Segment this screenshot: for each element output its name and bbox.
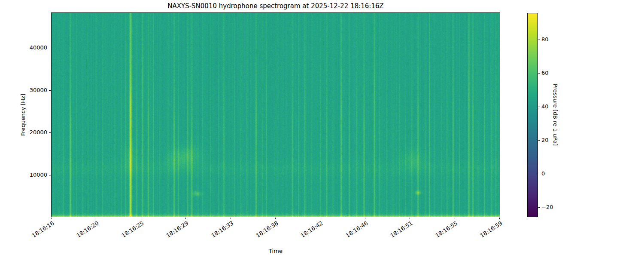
colorbar-label: Pressure [dB re 1 uPa] bbox=[552, 84, 559, 146]
colorbar-tick-mark bbox=[538, 107, 540, 107]
y-tick-mark bbox=[49, 48, 51, 48]
colorbar bbox=[527, 13, 538, 217]
x-tick-mark bbox=[96, 218, 96, 219]
y-tick-label: 10000 bbox=[13, 172, 47, 178]
spectrogram-canvas bbox=[52, 13, 500, 217]
colorbar-tick-mark bbox=[538, 207, 540, 208]
x-tick-mark bbox=[51, 218, 52, 219]
colorbar-canvas bbox=[528, 13, 538, 217]
x-tick-mark bbox=[275, 218, 276, 219]
colorbar-tick-label: 80 bbox=[541, 36, 559, 43]
colorbar-tick-mark bbox=[538, 174, 540, 174]
colorbar-tick-mark bbox=[538, 40, 540, 40]
figure: NAXYS-SN0010 hydrophone spectrogram at 2… bbox=[0, 0, 644, 258]
colorbar-tick-label: 0 bbox=[541, 170, 559, 177]
y-tick-mark bbox=[49, 175, 51, 175]
x-tick-mark bbox=[455, 218, 455, 219]
x-tick-mark bbox=[499, 218, 500, 219]
chart-title: NAXYS-SN0010 hydrophone spectrogram at 2… bbox=[51, 2, 500, 10]
x-tick-mark bbox=[320, 218, 320, 219]
colorbar-tick-label: 60 bbox=[541, 70, 559, 77]
y-tick-label: 20000 bbox=[13, 129, 47, 136]
x-tick-mark bbox=[410, 218, 410, 219]
plot-area bbox=[51, 12, 500, 217]
colorbar-tick-mark bbox=[538, 140, 540, 141]
x-tick-mark bbox=[231, 218, 231, 219]
y-tick-label: 40000 bbox=[13, 44, 47, 51]
x-tick-mark bbox=[365, 218, 365, 219]
x-axis-label: Time bbox=[51, 248, 500, 254]
x-tick-mark bbox=[141, 218, 141, 219]
y-tick-mark bbox=[49, 90, 51, 91]
x-tick-mark bbox=[185, 218, 186, 219]
colorbar-tick-label: −20 bbox=[541, 204, 559, 211]
x-tick-label: 18:16:16 bbox=[5, 220, 55, 256]
y-axis-label: Frequency [Hz] bbox=[20, 94, 26, 136]
y-tick-label: 30000 bbox=[13, 87, 47, 94]
y-tick-mark bbox=[49, 132, 51, 133]
colorbar-tick-mark bbox=[538, 73, 540, 74]
